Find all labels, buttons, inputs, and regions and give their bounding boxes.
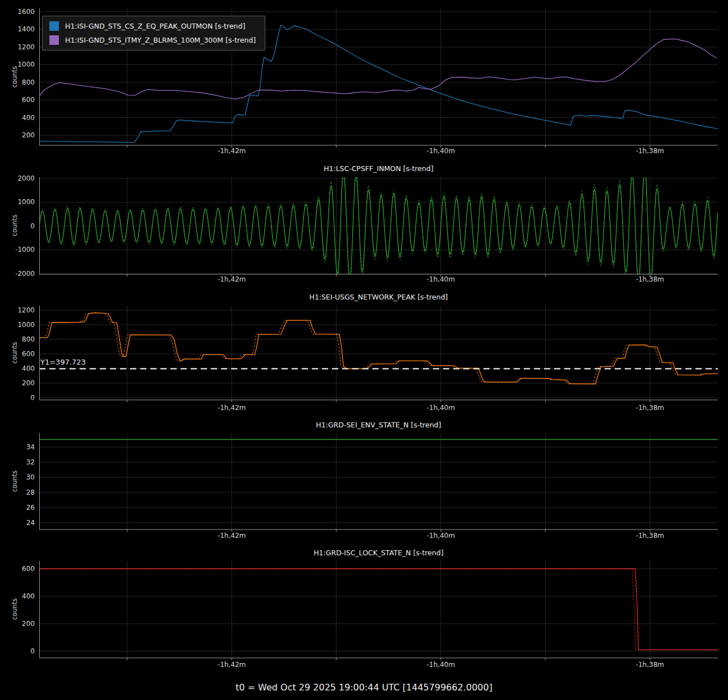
ndscope-window: H1:LSC-CPSFF_INMON [s-trend] H1:SEI-USGS… — [0, 0, 728, 700]
plot-area-lsc_cpsff_inmon[interactable] — [39, 177, 718, 278]
trace — [39, 177, 718, 278]
panel-title-sei-env: H1:GRD-SEI_ENV_STATE_N [s-trend] — [39, 421, 718, 429]
y-tick-label: 26 — [0, 503, 35, 512]
legend-item: H1:ISI-GND_STS_CS_Z_EQ_PEAK_OUTMON [s-tr… — [49, 21, 256, 31]
y-tick-label: 800 — [0, 78, 35, 87]
x-tick-label: -1h,38m — [622, 661, 678, 669]
x-tick-label: -1h,42m — [204, 275, 260, 283]
legend-label: H1:ISI-GND_STS_CS_Z_EQ_PEAK_OUTMON [s-tr… — [65, 22, 245, 30]
y-tick-label: 1400 — [0, 25, 35, 34]
x-tick-label: -1h,40m — [413, 275, 469, 283]
y-tick-label: 200 — [0, 131, 35, 140]
y-tick-label: 30 — [0, 473, 35, 482]
x-tick-label: -1h,42m — [204, 532, 260, 540]
y-axis-label: counts — [11, 598, 19, 620]
x-tick-label: -1h,38m — [622, 404, 678, 412]
y-tick-label: 1600 — [0, 7, 35, 16]
x-tick-label: -1h,40m — [413, 532, 469, 540]
y-tick-label: 200 — [0, 379, 35, 388]
plot-area-grd_sei_env_state[interactable] — [39, 433, 718, 533]
y-tick-label: 0 — [0, 222, 35, 231]
y-tick-label: 28 — [0, 488, 35, 497]
y-tick-label: 1000 — [0, 320, 35, 329]
y-tick-label: 1200 — [0, 43, 35, 52]
y-tick-label: 600 — [0, 349, 35, 358]
y-tick-label: -2000 — [0, 269, 35, 278]
y-tick-label: 400 — [0, 592, 35, 601]
y-tick-label: 32 — [0, 458, 35, 467]
legend-swatch-purple — [49, 35, 59, 45]
y-tick-label: 34 — [0, 443, 35, 452]
cursor-y1-label[interactable]: Y1=397.723 — [40, 358, 86, 366]
panel-title-cpsff: H1:LSC-CPSFF_INMON [s-trend] — [39, 164, 718, 173]
x-tick-label: -1h,42m — [204, 661, 260, 669]
y-tick-label: 1200 — [0, 306, 35, 315]
panel-title-isc-lock: H1:GRD-ISC_LOCK_STATE_N [s-trend] — [39, 549, 718, 557]
trace — [39, 313, 718, 384]
trace — [39, 569, 715, 650]
y-tick-label: 800 — [0, 335, 35, 344]
trace — [39, 313, 716, 384]
x-tick-label: -1h,40m — [413, 147, 469, 155]
y-tick-label: 2000 — [0, 174, 35, 183]
plot-area-usgs_network_peak[interactable] — [39, 306, 718, 403]
y-tick-label: 0 — [0, 393, 35, 402]
x-tick-label: -1h,38m — [622, 532, 678, 540]
legend-item: H1:ISI-GND_STS_ITMY_Z_BLRMS_100M_300M [s… — [49, 35, 256, 45]
y-tick-label: 600 — [0, 95, 35, 104]
plot-area-grd_isc_lock_state[interactable] — [39, 561, 718, 661]
y-tick-label: 1000 — [0, 60, 35, 69]
y-tick-label: 200 — [0, 619, 35, 628]
trace — [39, 177, 718, 278]
x-tick-label: -1h,40m — [413, 661, 469, 669]
x-tick-label: -1h,42m — [204, 147, 260, 155]
panel-title-usgs: H1:SEI-USGS_NETWORK_PEAK [s-trend] — [39, 293, 718, 301]
y-tick-label: 600 — [0, 564, 35, 573]
y-tick-label: 0 — [0, 647, 35, 656]
y-tick-label: 400 — [0, 113, 35, 122]
x-tick-label: -1h,38m — [622, 275, 678, 283]
y-tick-label: 1000 — [0, 197, 35, 206]
x-tick-label: -1h,40m — [413, 404, 469, 412]
trace — [39, 569, 718, 650]
t0-label: t0 = Wed Oct 29 2025 19:00:44 UTC [14457… — [0, 682, 728, 693]
legend[interactable]: H1:ISI-GND_STS_CS_Z_EQ_PEAK_OUTMON [s-tr… — [42, 16, 265, 50]
y-tick-label: -1000 — [0, 245, 35, 254]
y-tick-label: 24 — [0, 518, 35, 527]
legend-label: H1:ISI-GND_STS_ITMY_Z_BLRMS_100M_300M [s… — [65, 36, 256, 44]
x-tick-label: -1h,42m — [204, 404, 260, 412]
legend-swatch-blue — [49, 21, 59, 31]
x-tick-label: -1h,38m — [622, 147, 678, 155]
y-tick-label: 400 — [0, 364, 35, 373]
